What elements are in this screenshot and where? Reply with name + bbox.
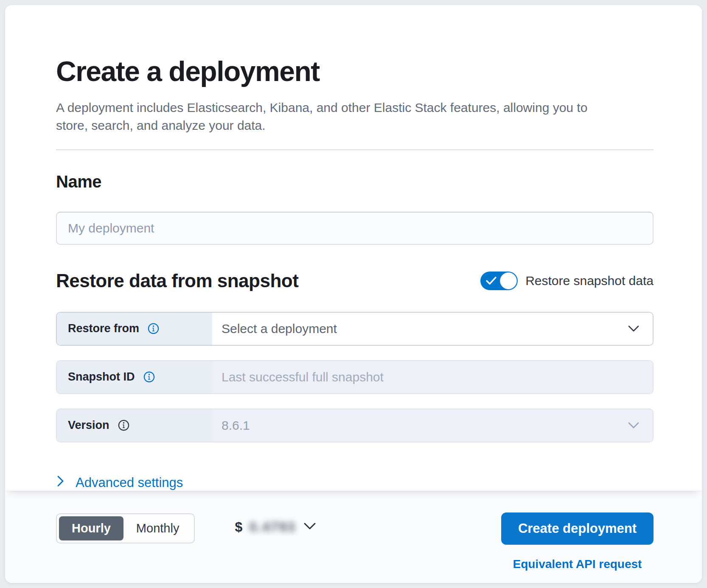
version-label: Version xyxy=(68,419,109,432)
toggle-switch-on[interactable] xyxy=(480,272,518,290)
chevron-down-icon xyxy=(627,322,640,336)
create-deployment-button[interactable]: Create deployment xyxy=(501,512,654,545)
billing-interval-group: Hourly Monthly xyxy=(56,513,195,543)
restore-from-select[interactable]: Select a deployment xyxy=(212,313,653,345)
restore-section-heading: Restore data from snapshot xyxy=(56,270,298,291)
restore-snapshot-toggle[interactable]: Restore snapshot data xyxy=(480,272,654,290)
divider xyxy=(56,149,654,150)
hourly-button[interactable]: Hourly xyxy=(59,516,123,540)
info-icon[interactable] xyxy=(148,323,159,334)
create-deployment-card: Create a deployment A deployment include… xyxy=(5,5,702,583)
monthly-button[interactable]: Monthly xyxy=(123,516,192,540)
chevron-down-icon xyxy=(627,418,640,433)
version-select-value: 8.6.1 xyxy=(222,418,250,433)
deployment-name-input[interactable] xyxy=(56,212,654,245)
snapshot-id-input[interactable] xyxy=(222,361,640,393)
name-section-heading: Name xyxy=(56,172,654,191)
version-row: Version 8.6.1 xyxy=(56,409,654,442)
snapshot-id-row: Snapshot ID xyxy=(56,360,654,394)
snapshot-id-label: Snapshot ID xyxy=(68,370,135,384)
equivalent-api-request-link[interactable]: Equivalent API request xyxy=(513,557,642,571)
chevron-right-icon xyxy=(56,475,65,491)
restore-from-row: Restore from Select a deployment xyxy=(56,312,654,346)
price-dropdown[interactable]: $ 0.4793 xyxy=(235,519,317,535)
chevron-down-icon xyxy=(303,521,317,532)
check-icon xyxy=(485,276,497,288)
version-label-col: Version xyxy=(57,409,212,442)
restore-from-select-value: Select a deployment xyxy=(222,322,337,336)
page-subtitle: A deployment includes Elasticsearch, Kib… xyxy=(56,99,591,135)
page-title: Create a deployment xyxy=(56,56,654,87)
main-content: Create a deployment A deployment include… xyxy=(5,5,702,491)
info-icon[interactable] xyxy=(143,371,155,383)
price-amount-blurred: 0.4793 xyxy=(249,519,296,535)
advanced-settings-label: Advanced settings xyxy=(76,475,183,490)
advanced-settings-link[interactable]: Advanced settings xyxy=(56,475,183,491)
toggle-knob xyxy=(500,272,517,289)
snapshot-id-label-col: Snapshot ID xyxy=(57,361,212,393)
restore-from-label-col: Restore from xyxy=(57,313,212,345)
price-currency: $ xyxy=(235,519,242,535)
snapshot-id-field xyxy=(212,361,653,393)
info-icon[interactable] xyxy=(118,420,129,431)
toggle-label: Restore snapshot data xyxy=(525,274,654,288)
version-select[interactable]: 8.6.1 xyxy=(212,409,653,442)
bottom-bar: Hourly Monthly $ 0.4793 Create deploymen… xyxy=(5,491,702,583)
restore-from-label: Restore from xyxy=(68,322,139,335)
